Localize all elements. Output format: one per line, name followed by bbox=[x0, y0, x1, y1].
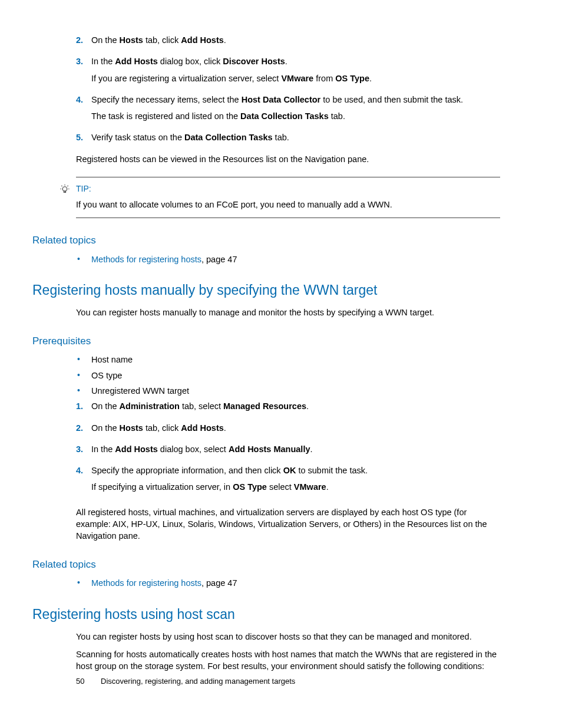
list-subtext: If specifying a virtualization server, i… bbox=[91, 481, 500, 493]
related-link-item: Methods for registering hosts, page 47 bbox=[91, 577, 237, 589]
list-number: 4. bbox=[76, 465, 91, 498]
ordered-list-1: 2.On the Hosts tab, click Add Hosts.3.In… bbox=[76, 34, 500, 149]
bullet-text: OS type bbox=[91, 370, 122, 381]
list-number: 1. bbox=[76, 400, 91, 417]
related-link-item: Methods for registering hosts, page 47 bbox=[91, 253, 237, 265]
list-content: Specify the appropriate information, and… bbox=[91, 465, 500, 498]
ordered-list-2: 1.On the Administration tab, select Mana… bbox=[76, 400, 500, 498]
list-number: 4. bbox=[76, 94, 91, 127]
bullet-icon: • bbox=[76, 370, 91, 381]
list-text: On the Administration tab, select Manage… bbox=[91, 400, 500, 412]
list-text: In the Add Hosts dialog box, click Disco… bbox=[91, 55, 500, 67]
section-intro: You can register hosts manually to manag… bbox=[76, 307, 500, 318]
list-item: 4.Specify the appropriate information, a… bbox=[76, 465, 500, 498]
related-topics-heading: Related topics bbox=[32, 233, 500, 248]
list-number: 2. bbox=[76, 34, 91, 51]
list-text: Specify the necessary items, select the … bbox=[91, 94, 500, 106]
list-item: 2.On the Hosts tab, click Add Hosts. bbox=[76, 422, 500, 439]
related-topics-list-2: • Methods for registering hosts, page 47 bbox=[76, 577, 500, 589]
list-content: On the Administration tab, select Manage… bbox=[91, 400, 500, 417]
hostscan-p1: You can register hosts by using host sca… bbox=[76, 631, 500, 643]
list-content: In the Add Hosts dialog box, select Add … bbox=[91, 443, 500, 460]
related-link-suffix: , page 47 bbox=[201, 578, 237, 588]
list-content: Specify the necessary items, select the … bbox=[91, 94, 500, 127]
list-text: On the Hosts tab, click Add Hosts. bbox=[91, 422, 500, 434]
list-number: 3. bbox=[76, 55, 91, 89]
list-subtext: If you are registering a virtualization … bbox=[91, 73, 500, 84]
list-content: On the Hosts tab, click Add Hosts. bbox=[91, 34, 500, 51]
list-number: 3. bbox=[76, 443, 91, 460]
list-item: 3.In the Add Hosts dialog box, click Dis… bbox=[76, 55, 500, 89]
list-number: 5. bbox=[76, 131, 91, 148]
related-link[interactable]: Methods for registering hosts bbox=[91, 578, 201, 588]
list-item: 2.On the Hosts tab, click Add Hosts. bbox=[76, 34, 500, 51]
svg-point-0 bbox=[62, 187, 67, 192]
list-item: 3.In the Add Hosts dialog box, select Ad… bbox=[76, 443, 500, 460]
list-text: On the Hosts tab, click Add Hosts. bbox=[91, 34, 500, 46]
list-content: On the Hosts tab, click Add Hosts. bbox=[91, 422, 500, 439]
list-text: In the Add Hosts dialog box, select Add … bbox=[91, 443, 500, 455]
section-heading-wwn: Registering hosts manually by specifying… bbox=[32, 281, 500, 299]
footer-title: Discovering, registering, and adding man… bbox=[101, 677, 295, 686]
list-item: 4.Specify the necessary items, select th… bbox=[76, 94, 500, 127]
list-item: •Unregistered WWN target bbox=[76, 385, 500, 397]
svg-line-5 bbox=[68, 186, 68, 186]
list-item: •OS type bbox=[76, 370, 500, 381]
list-number: 2. bbox=[76, 422, 91, 439]
related-link-suffix: , page 47 bbox=[201, 255, 237, 264]
list-item: •Host name bbox=[76, 354, 500, 365]
tip-block: TIP: If you want to allocate volumes to … bbox=[76, 177, 500, 218]
list-text: Specify the appropriate information, and… bbox=[91, 465, 500, 476]
list-content: In the Add Hosts dialog box, click Disco… bbox=[91, 55, 500, 89]
bullet-text: Host name bbox=[91, 354, 133, 365]
list-item: 1.On the Administration tab, select Mana… bbox=[76, 400, 500, 417]
list-subtext: The task is registered and listed on the… bbox=[91, 110, 500, 122]
prereq-list: •Host name•OS type•Unregistered WWN targ… bbox=[76, 354, 500, 397]
page-number: 50 bbox=[76, 677, 84, 686]
post-steps-paragraph: Registered hosts can be viewed in the Re… bbox=[76, 153, 500, 165]
related-topics-heading-2: Related topics bbox=[32, 558, 500, 572]
svg-line-4 bbox=[61, 186, 62, 186]
related-topics-list: • Methods for registering hosts, page 47 bbox=[76, 253, 500, 265]
hostscan-p2: Scanning for hosts automatically creates… bbox=[76, 648, 500, 673]
bullet-icon: • bbox=[76, 354, 91, 365]
post-steps2-paragraph: All registered hosts, virtual machines, … bbox=[76, 506, 500, 542]
bullet-text: Unregistered WWN target bbox=[91, 385, 189, 397]
section-heading-hostscan: Registering hosts using host scan bbox=[32, 605, 500, 624]
tip-label: TIP: bbox=[76, 183, 500, 195]
prerequisites-heading: Prerequisites bbox=[32, 334, 500, 348]
list-content: Verify task status on the Data Collectio… bbox=[91, 131, 500, 148]
list-text: Verify task status on the Data Collectio… bbox=[91, 131, 500, 143]
page-footer: 50 Discovering, registering, and adding … bbox=[76, 676, 295, 687]
bullet-icon: • bbox=[76, 253, 91, 265]
tip-lightbulb-icon bbox=[59, 183, 74, 195]
bullet-icon: • bbox=[76, 577, 91, 589]
tip-text: If you want to allocate volumes to an FC… bbox=[76, 199, 500, 210]
related-link[interactable]: Methods for registering hosts bbox=[91, 255, 201, 264]
bullet-icon: • bbox=[76, 385, 91, 397]
list-item: 5.Verify task status on the Data Collect… bbox=[76, 131, 500, 148]
